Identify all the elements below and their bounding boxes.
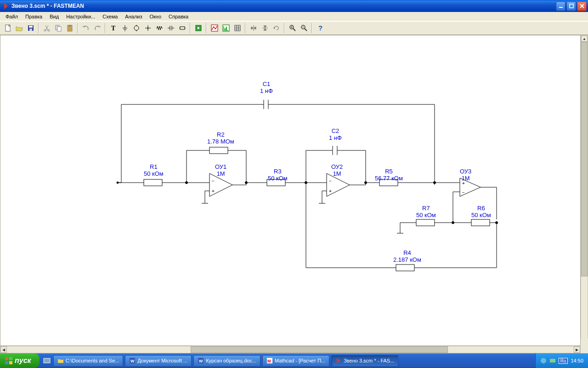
menu-edit[interactable]: Правка <box>22 13 46 20</box>
svg-point-49 <box>496 222 498 224</box>
svg-rect-16 <box>180 27 185 29</box>
svg-text:−: − <box>462 190 465 195</box>
copy-icon[interactable] <box>53 23 63 33</box>
label-r3: R350 кОм <box>268 168 288 182</box>
svg-point-15 <box>147 28 148 29</box>
fastmean-icon <box>335 357 342 364</box>
taskbar-item-4[interactable]: Звено 3.scm * - FAS... <box>331 355 398 367</box>
language-indicator[interactable]: Ru <box>559 358 568 364</box>
hscroll-thumb[interactable] <box>191 346 448 353</box>
scroll-up-icon[interactable]: ▲ <box>581 35 588 42</box>
run-icon[interactable] <box>193 23 204 33</box>
vscroll-thumb[interactable] <box>581 42 588 276</box>
label-ou3: ОУ31М <box>460 168 471 182</box>
toolbar: T ? <box>0 21 588 35</box>
svg-rect-12 <box>68 25 71 26</box>
svg-text:+: + <box>329 189 332 194</box>
svg-rect-53 <box>9 361 12 364</box>
tray-icon-1[interactable] <box>540 357 547 364</box>
svg-text:−: − <box>212 178 215 184</box>
label-r2: R21.78 МОм <box>207 131 234 145</box>
menu-file[interactable]: Файл <box>2 13 22 20</box>
cut-icon[interactable] <box>41 23 52 33</box>
svg-rect-29 <box>144 179 162 186</box>
resize-grip[interactable] <box>581 339 588 346</box>
svg-rect-22 <box>226 27 227 30</box>
label-r4: R42.187 кОм <box>393 249 421 263</box>
word-icon: W <box>129 357 136 364</box>
new-icon[interactable] <box>2 23 13 33</box>
svg-rect-63 <box>550 359 555 362</box>
help-icon[interactable]: ? <box>315 23 325 33</box>
menu-view[interactable]: Вид <box>46 13 62 20</box>
label-r6: R650 кОм <box>471 205 491 218</box>
minimize-button[interactable] <box>556 1 565 11</box>
menu-scheme[interactable]: Схема <box>99 13 121 20</box>
text-tool-icon[interactable]: T <box>108 23 119 33</box>
folder-icon <box>57 357 64 364</box>
source-icon[interactable] <box>131 23 141 33</box>
start-button[interactable]: пуск <box>0 353 40 368</box>
schematic-canvas[interactable]: − + − <box>0 35 581 346</box>
flip-h-icon[interactable] <box>248 23 259 33</box>
window-title: Звено 3.scm * - FASTMEAN <box>11 3 84 9</box>
label-c1: C11 нФ <box>260 80 273 94</box>
zoom-out-icon[interactable] <box>299 23 309 33</box>
capacitor-icon[interactable] <box>165 23 176 33</box>
label-r7: R750 кОм <box>416 205 436 218</box>
flip-v-icon[interactable] <box>260 23 270 33</box>
taskbar-item-3[interactable]: M Mathcad - [Расчет П... <box>262 355 329 367</box>
svg-text:M: M <box>267 359 271 363</box>
menu-window[interactable]: Окно <box>146 13 165 20</box>
taskbar-item-0[interactable]: C:\Documents and Se... <box>53 355 124 367</box>
table-icon[interactable] <box>232 23 243 33</box>
svg-rect-2 <box>570 4 573 8</box>
plot-red-icon[interactable] <box>209 23 220 33</box>
word-icon: W <box>198 357 204 364</box>
menubar: Файл Правка Вид Настройки... Схема Анали… <box>0 12 588 21</box>
svg-point-14 <box>134 26 139 30</box>
redo-icon[interactable] <box>92 23 102 33</box>
svg-rect-1 <box>559 7 563 8</box>
horizontal-scrollbar[interactable]: ◀ ▶ <box>0 346 581 353</box>
open-icon[interactable] <box>14 23 24 33</box>
resistor-icon[interactable] <box>154 23 164 33</box>
scroll-left-icon[interactable]: ◀ <box>0 346 7 353</box>
svg-rect-10 <box>57 27 61 31</box>
svg-rect-54 <box>44 358 50 363</box>
maximize-button[interactable] <box>566 1 576 11</box>
svg-rect-52 <box>5 361 8 364</box>
show-desktop-icon[interactable] <box>42 357 51 364</box>
label-ou2: ОУ21М <box>331 163 343 177</box>
svg-text:W: W <box>199 359 203 363</box>
svg-text:T: T <box>111 25 116 32</box>
close-button[interactable] <box>577 1 587 11</box>
window-titlebar: Звено 3.scm * - FASTMEAN <box>0 0 588 12</box>
tray-icon-2[interactable] <box>549 357 556 364</box>
zoom-in-icon[interactable] <box>287 23 298 33</box>
svg-rect-31 <box>209 147 228 154</box>
node-icon[interactable] <box>142 23 153 33</box>
menu-analysis[interactable]: Анализ <box>121 13 146 20</box>
menu-settings[interactable]: Настройки... <box>62 13 99 20</box>
taskbar-item-2[interactable]: W Курсач образец.doc... <box>193 355 260 367</box>
scroll-right-icon[interactable]: ▶ <box>574 346 580 353</box>
undo-icon[interactable] <box>80 23 91 33</box>
svg-text:?: ? <box>318 24 322 32</box>
svg-text:−: − <box>329 178 332 184</box>
plot-green-icon[interactable] <box>220 23 231 33</box>
clock[interactable]: 14:50 <box>571 358 583 363</box>
svg-rect-50 <box>5 357 8 360</box>
inductor-icon[interactable] <box>177 23 187 33</box>
svg-marker-61 <box>337 358 340 363</box>
paste-icon[interactable] <box>64 23 75 33</box>
menu-help[interactable]: Справка <box>165 13 192 20</box>
label-c2: C21 нФ <box>329 127 342 141</box>
start-label: пуск <box>15 356 31 365</box>
mathcad-icon: M <box>266 357 273 364</box>
save-icon[interactable] <box>25 23 36 33</box>
vertical-scrollbar[interactable]: ▲ ▼ <box>581 35 588 346</box>
rotate-icon[interactable] <box>271 23 282 33</box>
taskbar-item-1[interactable]: W Документ Microsoft ... <box>125 355 192 367</box>
ground-icon[interactable] <box>119 23 130 33</box>
